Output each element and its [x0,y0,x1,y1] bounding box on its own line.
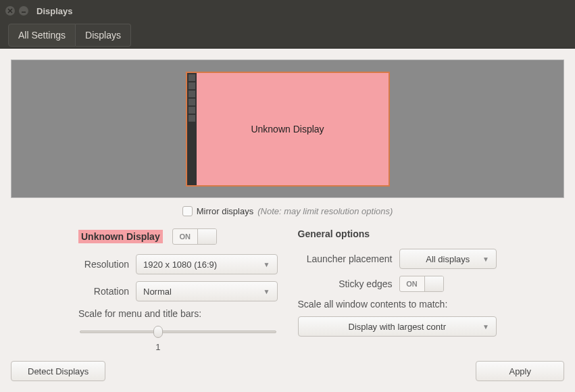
footer: Detect Displays Apply [11,353,564,381]
chevron-down-icon: ▼ [264,261,270,268]
ui-scale-label: Scale for menu and title bars: [78,308,278,319]
ui-scale-slider[interactable] [80,326,276,339]
display-arrangement-preview[interactable]: Unknown Display [11,59,564,198]
scale-contents-value: Display with largest contr [305,322,490,332]
toggle-handle [197,229,216,244]
toggle-on-label: ON [173,229,197,244]
resolution-label: Resolution [78,259,136,270]
mirror-displays-note: (Note: may limit resolution options) [257,206,393,216]
scale-contents-dropdown[interactable]: Display with largest contr ▼ [298,316,497,337]
window-title: Displays [36,6,72,16]
close-icon[interactable] [5,6,15,16]
slider-thumb[interactable] [153,326,163,338]
launcher-placement-value: All displays [407,254,490,264]
launcher-placement-dropdown[interactable]: All displays ▼ [399,249,497,269]
chevron-down-icon: ▼ [482,323,489,330]
breadcrumb: All Settings Displays [0,22,575,49]
mirror-displays-label: Mirror displays [197,206,254,216]
content-area: Unknown Display Mirror displays (Note: m… [0,49,575,392]
rotation-value: Normal [143,287,172,297]
display-enabled-toggle[interactable]: ON [172,228,217,245]
mirror-displays-row: Mirror displays (Note: may limit resolut… [11,206,564,216]
launcher-placement-label: Launcher placement [298,253,399,264]
breadcrumb-displays[interactable]: Displays [76,24,131,47]
rotation-dropdown[interactable]: Normal ▼ [136,281,278,301]
display-preview-label: Unknown Display [251,124,324,134]
chevron-down-icon: ▼ [482,255,489,263]
launcher-strip-preview [187,73,197,185]
general-options-title: General options [298,228,497,239]
scale-contents-label: Scale all window contents to match: [298,299,497,310]
chevron-down-icon: ▼ [264,288,270,295]
resolution-value: 1920 x 1080 (16:9) [143,260,217,270]
general-options-column: General options Launcher placement All d… [298,228,497,352]
sticky-edges-label: Sticky edges [298,278,399,289]
sticky-edges-toggle[interactable]: ON [399,276,444,292]
display-preview-monitor[interactable]: Unknown Display [186,72,390,187]
toggle-on-label: ON [400,276,424,291]
detect-displays-button[interactable]: Detect Displays [11,361,105,381]
display-settings-column: Unknown Display ON Resolution 1920 x 108… [78,228,278,352]
breadcrumb-all-settings[interactable]: All Settings [8,24,76,47]
ui-scale-value: 1 [151,342,165,352]
selected-display-name: Unknown Display [78,230,163,243]
settings-area: Unknown Display ON Resolution 1920 x 108… [11,228,564,352]
apply-button[interactable]: Apply [476,361,564,381]
mirror-displays-checkbox[interactable] [182,206,193,216]
resolution-dropdown[interactable]: 1920 x 1080 (16:9) ▼ [136,254,278,274]
rotation-label: Rotation [78,286,136,297]
titlebar: Displays [0,0,575,22]
toggle-handle [424,276,443,291]
minimize-icon[interactable] [19,6,28,16]
